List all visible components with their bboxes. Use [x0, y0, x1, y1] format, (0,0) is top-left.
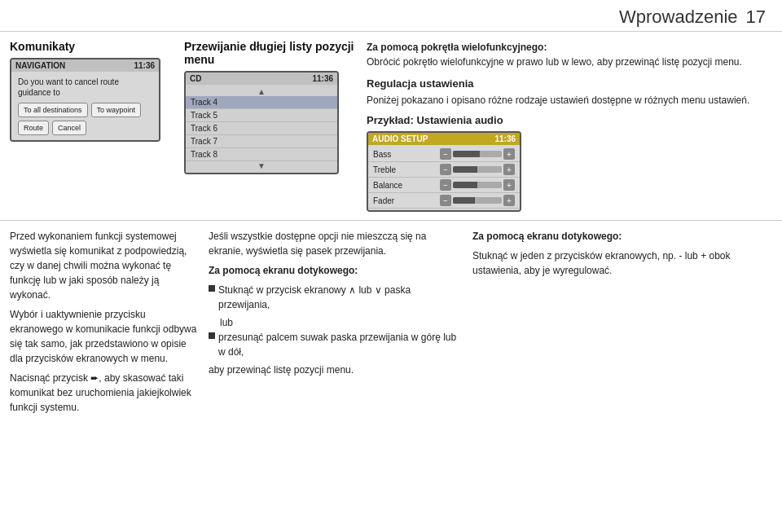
nav-btn-all-dest[interactable]: To all destinations: [18, 103, 88, 117]
przyklad-title: Przykład: Ustawienia audio: [367, 114, 772, 126]
audio-header-right: 11:36: [494, 134, 516, 143]
nav-question: Do you want to cancel route guidance to: [18, 77, 152, 98]
bullet1-text: Stuknąć w przycisk ekranowy ∧ lub ∨ pask…: [218, 283, 461, 312]
audio-plus-bass[interactable]: +: [503, 148, 515, 160]
cd-track-4[interactable]: Track 4: [186, 96, 337, 109]
audio-bar-balance: [453, 182, 502, 188]
nav-screen-header: NAVIGATION 11:36: [11, 59, 159, 72]
cd-track-7[interactable]: Track 7: [186, 135, 337, 148]
pokretlo-title: Za pomocą pokrętła wielofunkcyjnego:: [367, 42, 547, 53]
cd-screen-body: ▲ Track 4 Track 5 Track 6 Track 7: [186, 85, 337, 173]
bottom-right-text: Za pomocą ekranu dotykowego: Stuknąć w j…: [472, 229, 772, 278]
nav-btn-route[interactable]: Route: [18, 121, 49, 135]
audio-screen-header: AUDIO SETUP 11:36: [368, 133, 520, 145]
audio-row-balance: Balance − +: [368, 178, 520, 193]
komunikaty-title: Komunikaty: [10, 40, 173, 53]
audio-minus-fader[interactable]: −: [440, 195, 451, 206]
audio-ctrl-balance: − +: [440, 179, 515, 191]
col-pokretlo: Za pomocą pokrętła wielofunkcyjnego: Obr…: [367, 40, 772, 212]
audio-bar-bass: [453, 151, 502, 157]
bottom-right-desc: Stuknąć w jeden z przycisków ekranowych,…: [472, 248, 772, 278]
pokretlo-text: Za pomocą pokrętła wielofunkcyjnego: Obr…: [367, 40, 772, 69]
cd-header-right: 11:36: [312, 74, 333, 83]
audio-bar-fill-bass: [453, 151, 480, 157]
nav-buttons-row2: Route Cancel: [18, 121, 152, 135]
cd-track-6[interactable]: Track 6: [186, 122, 337, 135]
audio-bar-fill-treble: [453, 166, 477, 173]
audio-bar-treble: [453, 166, 502, 173]
bottom-mid-para1: Jeśli wszystkie dostępne opcji nie miesz…: [209, 229, 461, 258]
bottom-mid-bullet1: Stuknąć w przycisk ekranowy ∧ lub ∨ pask…: [209, 283, 461, 312]
audio-plus-fader[interactable]: +: [503, 195, 515, 206]
col-right-bottom: Za pomocą ekranu dotykowego: Stuknąć w j…: [472, 229, 772, 420]
bullet-square-1: [209, 285, 215, 292]
cd-track-8[interactable]: Track 8: [186, 148, 337, 161]
nav-screen: NAVIGATION 11:36 Do you want to cancel r…: [10, 58, 160, 142]
pokretlo-desc: Obrócić pokrętło wielofunkcyjne w prawo …: [367, 56, 742, 68]
bottom-left-para2: Wybór i uaktywnienie przycisku ekranoweg…: [10, 307, 197, 366]
cd-screen: CD 11:36 ▲ Track 4 Track 5 Track 6: [184, 71, 339, 174]
audio-plus-balance[interactable]: +: [503, 179, 515, 191]
page-content: Komunikaty NAVIGATION 11:36 Do you want …: [0, 32, 782, 428]
audio-ctrl-bass: − +: [440, 148, 515, 160]
audio-row-bass: Bass − +: [368, 147, 520, 162]
audio-screen: AUDIO SETUP 11:36 Bass − +: [367, 131, 521, 212]
audio-row-fader: Fader − +: [368, 193, 520, 209]
page-header: Wprowadzenie 17: [0, 0, 782, 32]
col-mid-bottom: Jeśli wszystkie dostępne opcji nie miesz…: [209, 229, 461, 420]
bullet2-text: przesunąć palcem suwak paska przewijania…: [218, 330, 461, 359]
page-number: 17: [746, 7, 766, 28]
audio-plus-treble[interactable]: +: [503, 164, 515, 175]
przewijanie-title: Przewijanie długiej listy pozycji menu: [184, 40, 355, 66]
bottom-right-bold: Za pomocą ekranu dotykowego:: [472, 229, 772, 244]
audio-bar-fill-balance: [453, 182, 477, 188]
bottom-left-para3: Nacisnąć przycisk ➨, aby skasować taki k…: [10, 371, 197, 415]
nav-btn-cancel[interactable]: Cancel: [52, 121, 86, 135]
bottom-mid-bold: Za pomocą ekranu dotykowego:: [209, 263, 461, 278]
nav-header-right: 11:36: [134, 61, 155, 70]
nav-screen-body: Do you want to cancel route guidance to …: [11, 72, 159, 140]
bottom-mid-bullet2: przesunąć palcem suwak paska przewijania…: [209, 330, 461, 359]
nav-btn-waypoint[interactable]: To waypoint: [91, 103, 142, 117]
page-title: Wprowadzenie: [619, 7, 738, 28]
audio-minus-bass[interactable]: −: [440, 148, 451, 160]
audio-label-treble: Treble: [373, 165, 412, 174]
audio-ctrl-treble: − +: [440, 164, 515, 175]
cd-header-left: CD: [190, 74, 201, 83]
bullet-square-2: [209, 332, 215, 339]
regulacja-title: Regulacja ustawienia: [367, 77, 772, 90]
regulacja-text: Poniżej pokazano i opisano różne rodzaje…: [367, 93, 772, 108]
audio-label-balance: Balance: [373, 181, 412, 190]
col-komunikaty: Komunikaty NAVIGATION 11:36 Do you want …: [10, 40, 173, 212]
bottom-left-text: Przed wykonaniem funkcji systemowej wyśw…: [10, 229, 197, 415]
audio-header-left: AUDIO SETUP: [372, 134, 428, 143]
audio-screen-body: Bass − + Treble −: [368, 145, 520, 210]
audio-ctrl-fader: − +: [440, 195, 515, 206]
bottom-mid-text: Jeśli wszystkie dostępne opcji nie miesz…: [209, 229, 461, 377]
top-section: Komunikaty NAVIGATION 11:36 Do you want …: [0, 32, 782, 221]
regulacja-section: Regulacja ustawienia Poniżej pokazano i …: [367, 77, 772, 126]
bottom-section: Przed wykonaniem funkcji systemowej wyśw…: [0, 221, 782, 428]
audio-label-fader: Fader: [373, 196, 412, 205]
audio-bar-fill-fader: [453, 197, 475, 204]
audio-bar-fader: [453, 197, 502, 204]
audio-minus-treble[interactable]: −: [440, 164, 451, 175]
cd-screen-header: CD 11:36: [186, 73, 337, 85]
or-text: lub: [220, 317, 233, 328]
nav-buttons-row1: To all destinations To waypoint: [18, 103, 152, 117]
audio-minus-balance[interactable]: −: [440, 179, 451, 191]
bottom-mid-or: lub: [209, 315, 461, 330]
cd-track-5[interactable]: Track 5: [186, 109, 337, 122]
col-przewijanie: Przewijanie długiej listy pozycji menu C…: [184, 40, 355, 212]
audio-row-treble: Treble − +: [368, 162, 520, 178]
cd-scroll-up[interactable]: ▲: [186, 87, 337, 96]
audio-label-bass: Bass: [373, 150, 412, 159]
nav-header-left: NAVIGATION: [15, 61, 65, 70]
bottom-mid-para2: aby przewinąć listę pozycji menu.: [209, 363, 461, 377]
cd-scroll-down[interactable]: ▼: [186, 161, 337, 170]
bottom-left-para1: Przed wykonaniem funkcji systemowej wyśw…: [10, 229, 197, 302]
col-left-bottom: Przed wykonaniem funkcji systemowej wyśw…: [10, 229, 197, 420]
